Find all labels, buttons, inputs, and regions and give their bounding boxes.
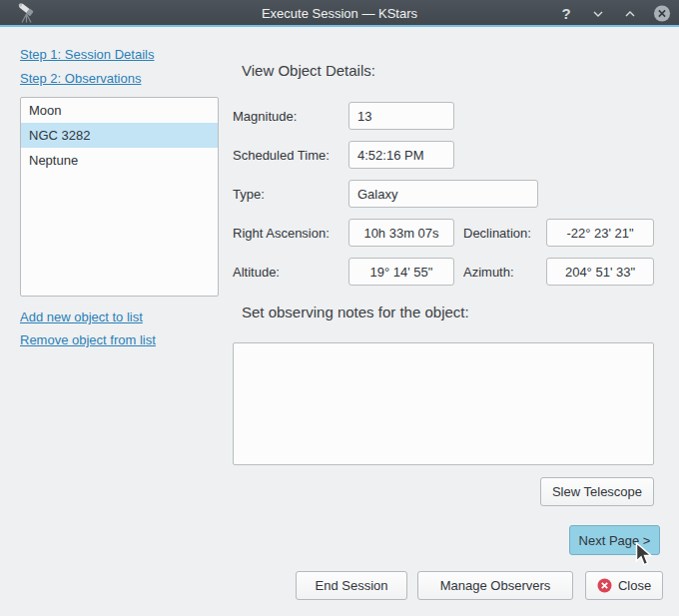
type-field[interactable] [348,180,538,208]
magnitude-label: Magnitude: [233,109,297,124]
magnitude-field[interactable] [348,102,454,130]
azimuth-field[interactable] [546,258,654,286]
list-item-ngc3282[interactable]: NGC 3282 [21,123,218,148]
step1-session-details-link[interactable]: Step 1: Session Details [20,47,154,62]
declination-field[interactable] [546,219,654,247]
remove-object-link[interactable]: Remove object from list [20,332,156,347]
window-titlebar[interactable]: Execute Session — KStars ? [0,0,679,27]
close-button-icon [597,578,612,593]
right-ascension-label: Right Ascension: [233,226,330,241]
scheduled-time-field[interactable] [348,141,454,169]
end-session-button[interactable]: End Session [296,571,407,600]
step2-observations-link[interactable]: Step 2: Observations [20,71,141,86]
view-object-details-heading: View Object Details: [242,62,375,79]
slew-telescope-button[interactable]: Slew Telescope [540,477,654,506]
declination-label: Declination: [463,226,531,241]
altitude-label: Altitude: [233,265,280,280]
azimuth-label: Azimuth: [463,265,514,280]
observing-notes-textarea[interactable] [233,342,654,465]
close-button-label: Close [618,578,651,593]
scheduled-time-label: Scheduled Time: [233,148,330,163]
list-item-neptune[interactable]: Neptune [21,148,218,173]
add-object-link[interactable]: Add new object to list [20,309,143,324]
close-button[interactable]: Close [585,571,663,600]
maximize-icon[interactable] [621,5,639,23]
execute-session-dialog: Execute Session — KStars ? Step 1: Sessi… [0,0,679,616]
right-ascension-field[interactable] [348,219,454,247]
observing-notes-heading: Set observing notes for the object: [242,304,469,320]
minimize-icon[interactable] [589,5,607,23]
type-label: Type: [233,187,265,202]
object-list[interactable]: Moon NGC 3282 Neptune [20,97,219,297]
next-page-button[interactable]: Next Page > [569,525,660,555]
altitude-field[interactable] [348,258,454,286]
manage-observers-button[interactable]: Manage Observers [417,571,573,600]
window-close-icon[interactable] [653,5,671,23]
help-icon[interactable]: ? [557,5,575,23]
list-item-moon[interactable]: Moon [21,98,218,123]
